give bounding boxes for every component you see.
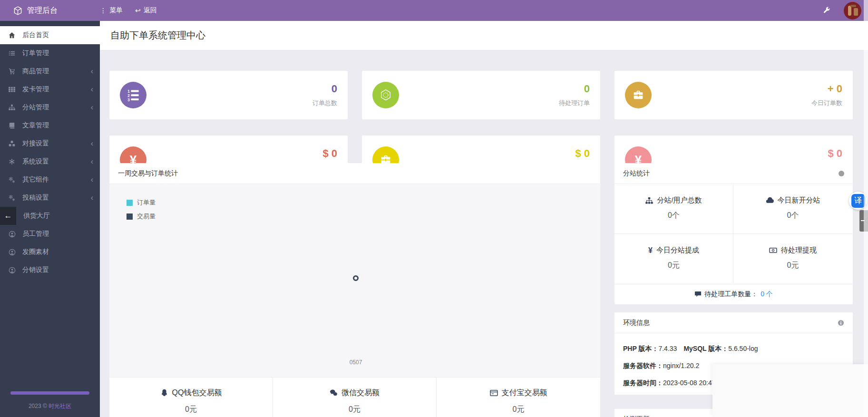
stat-value: + 0 bbox=[811, 83, 842, 95]
back-arrow-icon: ↩ bbox=[135, 7, 141, 14]
legend-swatch-volume bbox=[127, 213, 133, 220]
payment-label: 支付宝交易额 bbox=[502, 388, 547, 398]
sidebar-item-branches[interactable]: 分站管理 ‹ bbox=[0, 98, 100, 116]
chevron-left-icon: ‹ bbox=[91, 194, 93, 202]
stat-label: 今日订单数 bbox=[811, 99, 842, 107]
sidebar-item-supply-hall[interactable]: ← 供货大厅 bbox=[0, 207, 100, 225]
sidebar-item-articles[interactable]: 文章管理 bbox=[0, 116, 100, 135]
chart-panel-title: 一周交易与订单统计 bbox=[118, 169, 178, 178]
briefcase-icon bbox=[625, 82, 652, 108]
chart-area: 订单量 交易量 0507 bbox=[109, 184, 600, 377]
payment-value: 0元 bbox=[437, 405, 600, 415]
sidebar-item-staff[interactable]: 员工管理 bbox=[0, 225, 100, 243]
cart-icon bbox=[7, 68, 17, 75]
mysql-version-value: 5.6.50-log bbox=[728, 345, 758, 352]
menu-button[interactable]: ⋮ 菜单 bbox=[100, 6, 123, 15]
sidebar-item-label: 发圈素材 bbox=[22, 248, 49, 256]
sidebar-nav: 后台首页 订单管理 商品管理 ‹ 发卡管理 ‹ 分站管理 ‹ 文章管理 对接 bbox=[0, 21, 100, 279]
stat-label: 订单总数 bbox=[312, 99, 337, 107]
sidebar-item-label: 投稿设置 bbox=[22, 194, 49, 202]
wechat-icon bbox=[330, 389, 338, 397]
sidebar-item-label: 系统设置 bbox=[22, 157, 49, 166]
footer-brand-link[interactable]: 时光社区 bbox=[49, 403, 71, 409]
cogs-icon bbox=[7, 194, 17, 201]
svg-text:3: 3 bbox=[127, 98, 130, 102]
cubes-icon bbox=[7, 140, 17, 147]
chevron-left-icon: ‹ bbox=[91, 176, 93, 184]
payment-value: 0元 bbox=[273, 405, 436, 415]
sidebar-item-label: 对接设置 bbox=[22, 139, 49, 148]
branch-cell-withdrawals: 待处理提现 0元 bbox=[733, 234, 852, 284]
wrench-icon[interactable] bbox=[823, 7, 830, 14]
stat-label: 待处理订单 bbox=[559, 99, 590, 107]
sidebar-item-label: 其它组件 bbox=[22, 175, 49, 184]
svg-text:2: 2 bbox=[127, 94, 130, 98]
sidebar-item-moments-material[interactable]: 发圈素材 bbox=[0, 243, 100, 261]
branch-panel-header: 分站统计 bbox=[614, 163, 853, 184]
chart-panel-header: 一周交易与订单统计 bbox=[109, 163, 600, 184]
ordered-list-icon: 123 bbox=[120, 82, 146, 108]
legend-item-orders[interactable]: 订单量 bbox=[127, 198, 156, 207]
branch-cell-value: 0元 bbox=[614, 261, 733, 271]
sidebar-item-distribution-settings[interactable]: 分销设置 bbox=[0, 261, 100, 279]
data-point-marker bbox=[353, 275, 359, 281]
sidebar-item-label: 员工管理 bbox=[22, 230, 49, 238]
brand-logo[interactable]: 管理后台 bbox=[0, 0, 100, 21]
sidebar-item-cards[interactable]: 发卡管理 ‹ bbox=[0, 80, 100, 98]
brand-title: 管理后台 bbox=[27, 6, 58, 16]
sidebar-item-home[interactable]: 后台首页 bbox=[0, 26, 100, 44]
cogs-icon bbox=[7, 176, 17, 183]
pending-tickets-label: 待处理工单数量： bbox=[704, 290, 758, 299]
user-circle-icon bbox=[7, 249, 17, 256]
user-circle-icon bbox=[7, 231, 17, 238]
banknote-icon bbox=[769, 246, 777, 254]
sidebar-scroll-indicator[interactable] bbox=[10, 391, 89, 395]
user-avatar[interactable] bbox=[844, 2, 861, 19]
sidebar-item-integration[interactable]: 对接设置 ‹ bbox=[0, 135, 100, 153]
stat-value: 0 bbox=[559, 83, 590, 95]
update-panel-title: 检测更新 bbox=[623, 415, 650, 417]
sitemap-icon bbox=[645, 197, 653, 204]
branch-stats-panel: 分站统计 分站/用户总数 0个 今日新开分站 0个 ¥ bbox=[614, 163, 853, 304]
sidebar-item-system-settings[interactable]: 系统设置 ‹ bbox=[0, 153, 100, 171]
stat-value: $ 0 bbox=[306, 147, 337, 160]
cloud-icon bbox=[766, 196, 774, 204]
chevron-left-icon: ‹ bbox=[91, 86, 93, 93]
hexagon-icon bbox=[372, 82, 399, 108]
branch-cell-label: 待处理提现 bbox=[781, 246, 817, 255]
branch-cell-label: 分站/用户总数 bbox=[657, 196, 702, 205]
env-panel-header: 环境信息 bbox=[614, 312, 853, 333]
sidebar-item-submission-settings[interactable]: 投稿设置 ‹ bbox=[0, 189, 100, 207]
alipay-card-icon bbox=[490, 389, 498, 397]
cube-icon bbox=[13, 6, 22, 15]
status-dot-icon bbox=[839, 171, 844, 176]
collapse-arrow-button[interactable]: ← bbox=[0, 207, 16, 225]
sidebar-item-orders[interactable]: 订单管理 bbox=[0, 44, 100, 62]
chart-legend: 订单量 交易量 bbox=[127, 198, 156, 226]
arrow-left-icon: ← bbox=[4, 211, 12, 221]
payment-col-alipay: 支付宝交易额 0元 bbox=[437, 378, 600, 417]
sidebar-item-other-components[interactable]: 其它组件 ‹ bbox=[0, 171, 100, 189]
sidebar-footer: 2023 © 时光社区 bbox=[0, 391, 100, 417]
main-content: 自助下单系统管理中心 123 0 订单总数 0 待处理订单 + 0 今日订单数 bbox=[100, 21, 868, 417]
translate-icon: 译 bbox=[851, 194, 865, 208]
sidebar-item-products[interactable]: 商品管理 ‹ bbox=[0, 62, 100, 80]
branch-cell-value: 0个 bbox=[614, 211, 733, 221]
stat-card-today-orders: + 0 今日订单数 bbox=[614, 71, 853, 119]
payment-col-wechat: 微信交易额 0元 bbox=[273, 378, 437, 417]
legend-swatch-orders bbox=[127, 200, 133, 206]
payment-value: 0元 bbox=[109, 405, 273, 415]
vertical-scrollbar[interactable] bbox=[864, 0, 868, 417]
branch-panel-title: 分站统计 bbox=[623, 169, 650, 178]
legend-item-volume[interactable]: 交易量 bbox=[127, 212, 156, 221]
back-button[interactable]: ↩ 返回 bbox=[135, 6, 157, 15]
stat-value: $ 0 bbox=[818, 147, 842, 160]
payment-label: 微信交易额 bbox=[341, 388, 380, 398]
topbar: 管理后台 ⋮ 菜单 ↩ 返回 bbox=[0, 0, 868, 21]
menu-label: 菜单 bbox=[109, 6, 123, 15]
vertical-dots-icon: ⋮ bbox=[100, 7, 107, 14]
chevron-left-icon: ‹ bbox=[91, 104, 93, 111]
server-time-value: 2023-05-08 20:47: bbox=[663, 379, 717, 387]
branch-cell-total-users: 分站/用户总数 0个 bbox=[614, 184, 733, 234]
stat-value: $ 0 bbox=[565, 147, 590, 160]
